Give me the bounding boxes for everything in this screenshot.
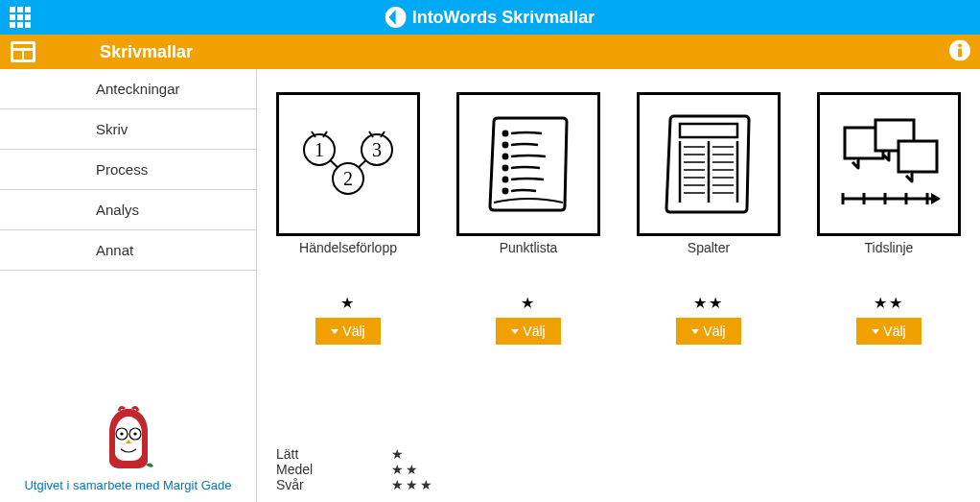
- sidebar-item-anteckningar[interactable]: Anteckningar: [0, 69, 256, 109]
- caret-down-icon: [872, 329, 879, 334]
- template-stars: ★: [276, 294, 420, 312]
- svg-point-11: [120, 432, 123, 435]
- select-button[interactable]: Välj: [676, 318, 740, 345]
- sidebar-item-label: Skriv: [96, 121, 128, 137]
- svg-text:1: 1: [315, 139, 324, 160]
- intowords-logo-icon: [385, 7, 407, 28]
- select-button[interactable]: Välj: [496, 318, 560, 345]
- info-icon[interactable]: [949, 40, 970, 64]
- select-button-label: Välj: [703, 323, 725, 339]
- legend-label: Lätt: [276, 446, 391, 462]
- svg-point-26: [503, 143, 507, 147]
- template-stars: ★★: [637, 294, 781, 312]
- template-grid: 1 2 3 Händelseförlopp ★ Välj: [276, 92, 961, 345]
- template-title: Händelseförlopp: [276, 240, 420, 255]
- section-title: Skrivmallar: [100, 42, 193, 62]
- difficulty-legend: Lätt ★ Medel ★★ Svår ★★★: [276, 446, 961, 492]
- templates-icon[interactable]: [0, 41, 46, 62]
- template-thumb-timeline[interactable]: [817, 92, 961, 236]
- sidebar-item-analys[interactable]: Analys: [0, 190, 256, 230]
- sidebar-item-annat[interactable]: Annat: [0, 230, 256, 271]
- owl-logo-icon: [100, 405, 157, 472]
- template-thumb-columns[interactable]: [637, 92, 781, 236]
- columns-icon: [651, 107, 766, 222]
- svg-point-25: [503, 131, 507, 135]
- svg-point-29: [503, 178, 507, 181]
- template-title: Spalter: [637, 240, 781, 255]
- select-button-label: Välj: [523, 323, 545, 339]
- select-button[interactable]: Välj: [856, 318, 921, 345]
- svg-rect-5: [24, 51, 33, 60]
- legend-label: Medel: [276, 462, 391, 477]
- svg-rect-51: [898, 141, 937, 172]
- publisher-link[interactable]: Utgivet i samarbete med Margit Gade: [0, 478, 256, 492]
- select-button-label: Välj: [342, 323, 364, 339]
- template-card: Tidslinje ★★ Välj: [817, 92, 961, 345]
- bulletlist-icon: [471, 107, 586, 222]
- main: 1 2 3 Händelseförlopp ★ Välj: [257, 69, 980, 502]
- sidebar-item-skriv[interactable]: Skriv: [0, 109, 256, 150]
- sidebar-item-label: Annat: [96, 242, 133, 258]
- svg-text:2: 2: [343, 168, 353, 189]
- topbar: IntoWords Skrivmallar: [0, 0, 980, 35]
- template-card: Punktlista ★ Välj: [456, 92, 600, 345]
- svg-point-27: [503, 155, 507, 158]
- app-title-text: IntoWords Skrivmallar: [412, 8, 595, 28]
- apps-icon[interactable]: [10, 7, 31, 28]
- svg-point-28: [503, 166, 507, 170]
- legend-row: Medel ★★: [276, 462, 961, 477]
- legend-row: Svår ★★★: [276, 477, 961, 492]
- template-title: Punktlista: [456, 240, 600, 255]
- select-button-label: Välj: [883, 323, 905, 339]
- caret-down-icon: [691, 329, 699, 334]
- legend-stars: ★★★: [391, 477, 434, 492]
- template-stars: ★: [456, 294, 600, 312]
- svg-rect-8: [958, 49, 962, 58]
- svg-marker-53: [931, 193, 941, 204]
- sidebar-item-label: Anteckningar: [96, 81, 180, 97]
- svg-rect-3: [13, 44, 33, 48]
- svg-point-12: [133, 432, 136, 435]
- subbar: Skrivmallar: [0, 35, 980, 69]
- timeline-icon: [831, 107, 946, 222]
- select-button[interactable]: Välj: [315, 318, 380, 345]
- template-thumb-sequence[interactable]: 1 2 3: [276, 92, 420, 236]
- svg-point-7: [958, 44, 962, 48]
- svg-text:3: 3: [372, 139, 382, 160]
- template-card: 1 2 3 Händelseförlopp ★ Välj: [276, 92, 420, 345]
- sequence-icon: 1 2 3: [291, 107, 406, 222]
- caret-down-icon: [511, 329, 519, 334]
- svg-rect-4: [13, 51, 22, 60]
- sidebar-item-label: Process: [96, 161, 148, 178]
- svg-point-30: [503, 189, 507, 193]
- legend-stars: ★: [391, 446, 406, 462]
- sidebar-item-label: Analys: [96, 202, 139, 218]
- template-card: Spalter ★★ Välj: [637, 92, 781, 345]
- app-title: IntoWords Skrivmallar: [385, 7, 595, 28]
- legend-row: Lätt ★: [276, 446, 961, 462]
- legend-stars: ★★: [391, 462, 420, 477]
- template-thumb-bulletlist[interactable]: [456, 92, 600, 236]
- caret-down-icon: [331, 329, 338, 334]
- sidebar: Anteckningar Skriv Process Analys Annat: [0, 69, 257, 502]
- template-stars: ★★: [817, 294, 961, 312]
- template-title: Tidslinje: [817, 240, 961, 255]
- sidebar-item-process[interactable]: Process: [0, 150, 256, 190]
- legend-label: Svår: [276, 477, 391, 492]
- publisher: Utgivet i samarbete med Margit Gade: [0, 405, 256, 502]
